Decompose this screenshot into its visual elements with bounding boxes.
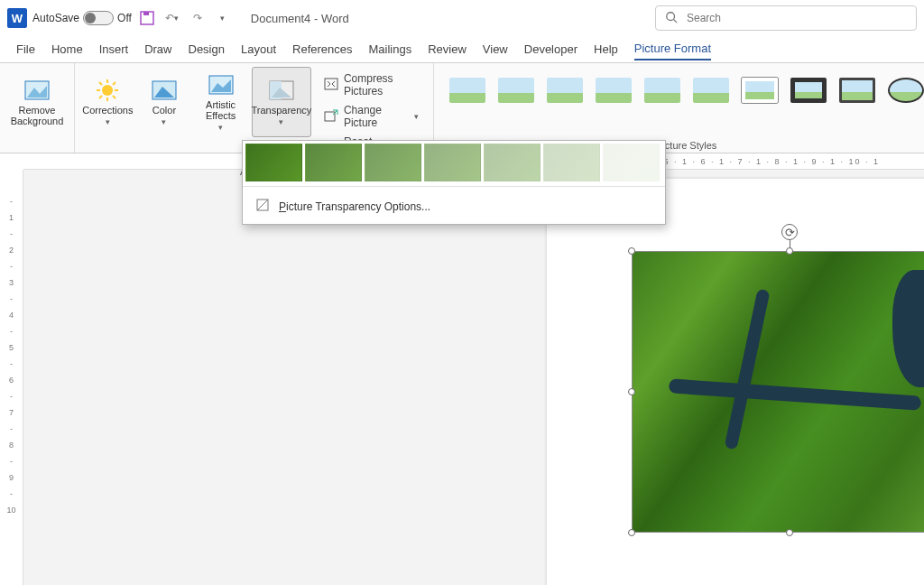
tab-mailings[interactable]: Mailings [369, 39, 412, 60]
title-bar: W AutoSave Off ↶▾ ↷ ▾ Document4 - Word S… [0, 0, 924, 36]
transparency-preset-3[interactable] [424, 144, 481, 181]
workspace: -1-2 -3-4 -5-6 -7-8 -9-10 ⟳ [0, 170, 924, 585]
transparency-label: Transparency [252, 105, 312, 116]
transparency-dropdown-panel: Picture Transparency Options... [242, 140, 666, 225]
search-icon [665, 11, 678, 26]
picture-style-8[interactable] [788, 74, 829, 107]
picture-style-4[interactable] [593, 74, 634, 107]
change-picture-icon [324, 109, 338, 125]
resize-handle-b[interactable] [786, 529, 793, 536]
change-picture-label: Change Picture [344, 104, 409, 129]
customize-qat-icon[interactable]: ▾ [213, 8, 233, 28]
color-button[interactable]: Color ▾ [139, 67, 190, 137]
tab-picture-format[interactable]: Picture Format [634, 38, 711, 60]
remove-background-label: Remove Background [7, 105, 67, 126]
transparency-button[interactable]: Transparency ▾ [252, 67, 311, 137]
tab-design[interactable]: Design [189, 39, 225, 60]
undo-icon[interactable]: ↶▾ [162, 8, 182, 28]
picture-style-5[interactable] [642, 74, 683, 107]
svg-rect-22 [325, 79, 337, 89]
document-canvas[interactable]: ⟳ [23, 170, 924, 585]
document-title: Document4 - Word [251, 12, 349, 25]
transparency-options-label: Picture Transparency Options... [279, 200, 430, 213]
transparency-options-icon [255, 198, 270, 215]
color-icon [150, 78, 179, 103]
picture-content [632, 251, 924, 533]
picture-style-1[interactable] [447, 74, 488, 107]
chevron-down-icon: ▾ [162, 117, 166, 126]
tab-insert[interactable]: Insert [99, 39, 129, 60]
svg-line-14 [99, 96, 102, 98]
save-icon[interactable] [137, 8, 157, 28]
color-label: Color [152, 105, 176, 116]
corrections-label: Corrections [82, 105, 133, 116]
compress-pictures-button[interactable]: Compress Pictures [320, 70, 422, 99]
picture-transparency-options[interactable]: Picture Transparency Options... [243, 189, 665, 224]
selected-picture[interactable]: ⟳ [632, 251, 924, 533]
chevron-down-icon: ▾ [106, 117, 110, 126]
picture-style-10[interactable] [885, 74, 924, 107]
compress-icon [324, 78, 338, 93]
resize-handle-bl[interactable] [628, 529, 635, 536]
picture-style-6[interactable] [690, 74, 732, 107]
tab-file[interactable]: File [16, 39, 35, 60]
resize-handle-t[interactable] [786, 247, 793, 255]
picture-style-3[interactable] [544, 74, 586, 107]
rotate-handle[interactable]: ⟳ [781, 224, 798, 240]
tab-home[interactable]: Home [51, 39, 83, 60]
picture-style-9[interactable] [836, 74, 878, 107]
autosave-label: AutoSave [32, 12, 79, 24]
tab-layout[interactable]: Layout [241, 39, 276, 60]
svg-line-3 [674, 19, 678, 23]
autosave-toggle[interactable]: AutoSave Off [32, 11, 132, 25]
toggle-switch[interactable] [83, 11, 114, 25]
remove-background-icon [23, 78, 51, 103]
tab-review[interactable]: Review [428, 39, 467, 60]
resize-handle-tl[interactable] [628, 247, 635, 255]
transparency-preset-6[interactable] [603, 144, 660, 181]
picture-style-2[interactable] [495, 74, 537, 107]
svg-point-2 [667, 12, 675, 20]
svg-line-12 [113, 96, 116, 98]
svg-line-11 [99, 82, 102, 85]
compress-label: Compress Pictures [344, 72, 419, 98]
transparency-preset-5[interactable] [543, 144, 600, 181]
transparency-presets-row [243, 141, 665, 184]
tab-developer[interactable]: Developer [524, 39, 578, 60]
corrections-button[interactable]: Corrections ▾ [82, 67, 134, 137]
word-app-icon: W [7, 8, 27, 28]
tab-draw[interactable]: Draw [144, 39, 171, 60]
redo-icon[interactable]: ↷ [188, 8, 208, 28]
svg-rect-1 [143, 12, 149, 15]
tab-view[interactable]: View [483, 39, 508, 60]
transparency-preset-4[interactable] [484, 144, 541, 181]
resize-handle-l[interactable] [628, 388, 635, 395]
vertical-ruler: -1-2 -3-4 -5-6 -7-8 -9-10 [0, 170, 23, 585]
chevron-down-icon: ▾ [414, 112, 419, 121]
autosave-state: Off [117, 12, 132, 24]
transparency-preset-0[interactable] [245, 144, 302, 181]
svg-point-6 [102, 85, 113, 96]
picture-style-7[interactable] [739, 74, 781, 107]
svg-rect-23 [325, 112, 335, 121]
tab-references[interactable]: References [292, 39, 352, 60]
change-picture-button[interactable]: Change Picture ▾ [320, 102, 422, 131]
artistic-effects-icon [207, 72, 236, 98]
artistic-effects-button[interactable]: Artistic Effects ▾ [195, 67, 246, 137]
chevron-down-icon: ▾ [279, 117, 283, 126]
remove-background-button[interactable]: Remove Background [7, 67, 67, 137]
ribbon-tabs: File Home Insert Draw Design Layout Refe… [0, 36, 924, 63]
artistic-effects-label: Artistic Effects [195, 99, 246, 121]
search-placeholder: Search [687, 12, 721, 24]
ribbon-group-background: Remove Background [0, 63, 75, 153]
transparency-preset-1[interactable] [305, 144, 362, 181]
search-input[interactable]: Search [655, 5, 917, 31]
transparency-preset-2[interactable] [365, 144, 421, 181]
tab-help[interactable]: Help [594, 39, 618, 60]
corrections-icon [93, 78, 122, 103]
transparency-icon [267, 78, 296, 103]
chevron-down-icon: ▾ [218, 123, 223, 132]
svg-line-13 [113, 82, 116, 85]
